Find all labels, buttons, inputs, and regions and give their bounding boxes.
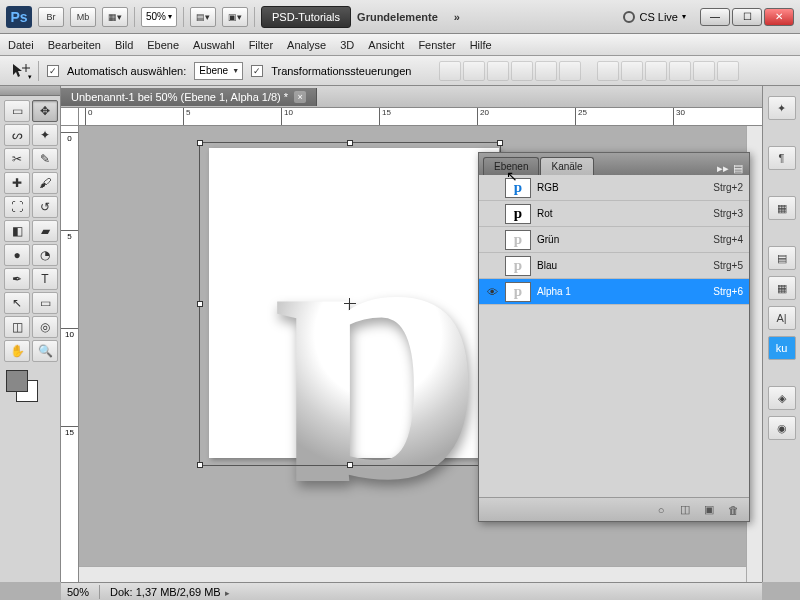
distribute-hcenter-button[interactable]	[693, 61, 715, 81]
visibility-toggle[interactable]	[485, 207, 499, 221]
channel-row[interactable]: pRotStrg+3	[479, 201, 749, 227]
magic-wand-tool[interactable]: ✦	[32, 124, 58, 146]
distribute-left-button[interactable]	[669, 61, 691, 81]
menu-ansicht[interactable]: Ansicht	[368, 39, 404, 51]
3d-tool[interactable]: ◫	[4, 316, 30, 338]
channel-thumbnail[interactable]: p	[505, 282, 531, 302]
channel-thumbnail[interactable]: p	[505, 204, 531, 224]
view-extras-button[interactable]: ▤▾	[190, 7, 216, 27]
hand-tool[interactable]: ✋	[4, 340, 30, 362]
align-right-button[interactable]	[559, 61, 581, 81]
lasso-tool[interactable]: ᔕ	[4, 124, 30, 146]
menu-filter[interactable]: Filter	[249, 39, 273, 51]
launch-bridge-button[interactable]: Br	[38, 7, 64, 27]
panel-collapse-icon[interactable]: ▸▸	[717, 162, 729, 175]
load-selection-button[interactable]: ○	[653, 503, 669, 517]
zoom-tool[interactable]: 🔍	[32, 340, 58, 362]
minimize-button[interactable]: —	[700, 8, 730, 26]
align-top-button[interactable]	[439, 61, 461, 81]
menu-analyse[interactable]: Analyse	[287, 39, 326, 51]
3d-camera-tool[interactable]: ◎	[32, 316, 58, 338]
distribute-bottom-button[interactable]	[645, 61, 667, 81]
visibility-toggle[interactable]	[485, 259, 499, 273]
history-brush-tool[interactable]: ↺	[32, 196, 58, 218]
dock-icon-3[interactable]: ▦	[768, 196, 796, 220]
auto-select-checkbox[interactable]: ✓	[47, 65, 59, 77]
visibility-toggle[interactable]	[485, 233, 499, 247]
screen-mode-button[interactable]: ▣▾	[222, 7, 248, 27]
zoom-dropdown[interactable]: 50%	[141, 7, 177, 27]
dock-icon-6[interactable]: A|	[768, 306, 796, 330]
align-vcenter-button[interactable]	[463, 61, 485, 81]
brush-tool[interactable]: 🖌	[32, 172, 58, 194]
transform-center-icon[interactable]	[344, 298, 356, 310]
channel-thumbnail[interactable]: p	[505, 256, 531, 276]
dock-icon-5[interactable]: ▦	[768, 276, 796, 300]
close-tab-button[interactable]: ×	[294, 91, 306, 103]
gradient-tool[interactable]: ▰	[32, 220, 58, 242]
dock-icon-4[interactable]: ▤	[768, 246, 796, 270]
menu-bearbeiten[interactable]: Bearbeiten	[48, 39, 101, 51]
distribute-top-button[interactable]	[597, 61, 619, 81]
horizontal-scrollbar[interactable]	[79, 566, 746, 582]
dock-icon-8[interactable]: ◈	[768, 386, 796, 410]
menu-datei[interactable]: Datei	[8, 39, 34, 51]
panel-menu-icon[interactable]: ▤	[733, 162, 743, 175]
dock-icon-1[interactable]: ✦	[768, 96, 796, 120]
healing-tool[interactable]: ✚	[4, 172, 30, 194]
align-bottom-button[interactable]	[487, 61, 509, 81]
dodge-tool[interactable]: ◔	[32, 244, 58, 266]
tools-grip[interactable]	[0, 86, 60, 96]
channel-thumbnail[interactable]: p	[505, 230, 531, 250]
transform-handle-ml[interactable]	[197, 301, 203, 307]
workspace-grundelemente-button[interactable]: Grundelemente	[357, 11, 438, 23]
cs-live-button[interactable]: CS Live▾	[623, 11, 686, 23]
align-left-button[interactable]	[511, 61, 533, 81]
foreground-color-swatch[interactable]	[6, 370, 28, 392]
menu-auswahl[interactable]: Auswahl	[193, 39, 235, 51]
pen-tool[interactable]: ✒	[4, 268, 30, 290]
launch-minibridge-button[interactable]: Mb	[70, 7, 96, 27]
move-tool[interactable]: ✥	[32, 100, 58, 122]
channel-row[interactable]: pGrünStrg+4	[479, 227, 749, 253]
menu-hilfe[interactable]: Hilfe	[470, 39, 492, 51]
maximize-button[interactable]: ☐	[732, 8, 762, 26]
stamp-tool[interactable]: ⛶	[4, 196, 30, 218]
channel-thumbnail[interactable]: p	[505, 178, 531, 198]
tab-kanaele[interactable]: Kanäle	[540, 157, 593, 175]
type-tool[interactable]: T	[32, 268, 58, 290]
align-hcenter-button[interactable]	[535, 61, 557, 81]
channel-row[interactable]: 👁pAlpha 1Strg+6	[479, 279, 749, 305]
menu-fenster[interactable]: Fenster	[418, 39, 455, 51]
menu-ebene[interactable]: Ebene	[147, 39, 179, 51]
channel-row[interactable]: pBlauStrg+5	[479, 253, 749, 279]
transform-handle-tl[interactable]	[197, 140, 203, 146]
crop-tool[interactable]: ✂	[4, 148, 30, 170]
document-tab[interactable]: Unbenannt-1 bei 50% (Ebene 1, Alpha 1/8)…	[61, 88, 317, 106]
ruler-origin[interactable]	[61, 108, 79, 126]
auto-select-target-dropdown[interactable]: Ebene	[194, 62, 243, 80]
workspace-more-button[interactable]: »	[454, 11, 460, 23]
distribute-vcenter-button[interactable]	[621, 61, 643, 81]
menu-bild[interactable]: Bild	[115, 39, 133, 51]
shape-tool[interactable]: ▭	[32, 292, 58, 314]
path-select-tool[interactable]: ↖	[4, 292, 30, 314]
transform-bounding-box[interactable]	[199, 142, 501, 466]
visibility-toggle[interactable]: 👁	[485, 285, 499, 299]
status-doc-info[interactable]: Dok: 1,37 MB/2,69 MB	[110, 586, 230, 598]
channel-row[interactable]: pRGBStrg+2	[479, 175, 749, 201]
marquee-tool[interactable]: ▭	[4, 100, 30, 122]
save-selection-button[interactable]: ◫	[677, 503, 693, 517]
active-tool-icon[interactable]: ▾	[10, 61, 30, 81]
status-zoom[interactable]: 50%	[67, 586, 89, 598]
workspace-psd-tutorials-button[interactable]: PSD-Tutorials	[261, 6, 351, 28]
docs-layout-button[interactable]: ▦▾	[102, 7, 128, 27]
close-button[interactable]: ✕	[764, 8, 794, 26]
transform-handle-tr[interactable]	[497, 140, 503, 146]
dock-icon-7[interactable]: ku	[768, 336, 796, 360]
eyedropper-tool[interactable]: ✎	[32, 148, 58, 170]
horizontal-ruler[interactable]: 0 5 10 15 20 25 30 35	[79, 108, 762, 126]
visibility-toggle[interactable]	[485, 181, 499, 195]
dock-icon-2[interactable]: ¶	[768, 146, 796, 170]
transform-handle-tm[interactable]	[347, 140, 353, 146]
